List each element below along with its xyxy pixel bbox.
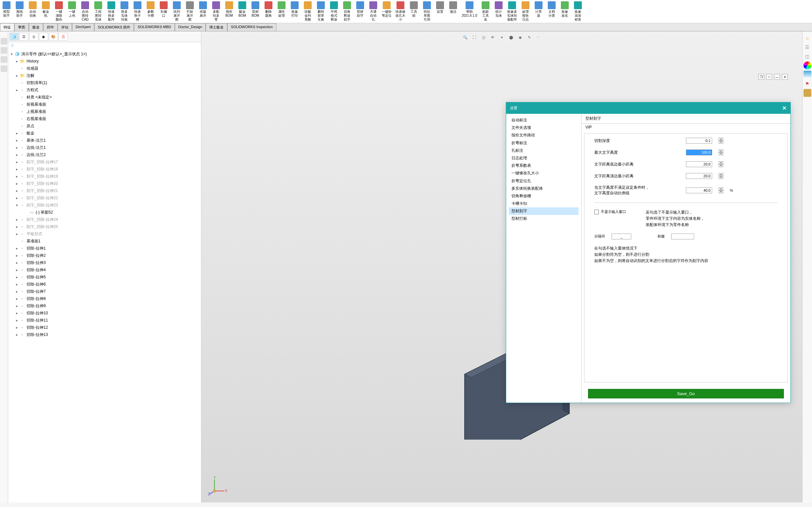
ribbon-btn-5[interactable]: 一键 上色: [65, 1, 79, 22]
ratio-spinner[interactable]: ▲▼: [719, 187, 723, 193]
ribbon-btn-6[interactable]: 自动 图转 CAD: [79, 1, 92, 22]
no-input-checkbox[interactable]: [594, 210, 599, 214]
bottom-dist-spinner[interactable]: ▲▼: [719, 161, 723, 167]
tab-评估[interactable]: 评估: [58, 23, 72, 31]
vp-section-icon[interactable]: ◫: [480, 34, 487, 41]
tree-node-13[interactable]: ▸▫边线-法兰2: [9, 151, 200, 158]
tree-node-11[interactable]: ▸▫基体-法兰1: [9, 137, 200, 144]
minimize-icon[interactable]: —: [774, 74, 780, 80]
dialog-close-icon[interactable]: ✕: [782, 105, 786, 111]
expand-icon[interactable]: ▸: [15, 59, 19, 63]
tree-node-29[interactable]: ▸▫切除-拉伸4: [9, 266, 200, 274]
restore-icon[interactable]: ❐: [758, 74, 764, 80]
expand-icon[interactable]: ▸: [15, 138, 19, 143]
tree-node-1[interactable]: ▫传感器: [9, 65, 200, 72]
ribbon-btn-35[interactable]: 帮助 2021.6.1.0: [460, 1, 479, 22]
tree-node-34[interactable]: ▸▫切除-拉伸9: [9, 302, 200, 309]
expand-icon[interactable]: ▸: [15, 318, 19, 323]
ribbon-btn-2[interactable]: 自动 切角: [26, 1, 39, 22]
ribbon-btn-12[interactable]: 补漏 口: [157, 1, 170, 22]
expand-icon[interactable]: ▸: [15, 232, 19, 236]
expand-icon[interactable]: ▾: [15, 203, 19, 207]
rv-layer-icon[interactable]: ☰: [804, 43, 811, 51]
tab-焊件[interactable]: 焊件: [43, 23, 58, 31]
expand-icon[interactable]: ▸: [15, 189, 19, 193]
ribbon-btn-23[interactable]: 转飯 金列 系数: [301, 1, 314, 22]
expand-icon[interactable]: ▸: [15, 181, 19, 186]
nav-item-11[interactable]: 卡槽卡扣: [509, 200, 578, 207]
ribbon-btn-13[interactable]: 扶列 展开 图: [170, 1, 183, 22]
expand-icon[interactable]: ▾: [9, 52, 14, 56]
expand-icon[interactable]: ▸: [15, 153, 19, 157]
rv-square-icon[interactable]: [804, 89, 811, 97]
tree-tab-config-icon[interactable]: ⎙: [29, 33, 38, 41]
tree-content[interactable]: ▾ 🧊 演示零件 (默认<<默认>_显示状态 1>) ▸📁History▫传感器…: [8, 49, 201, 502]
tree-node-35[interactable]: ▸▫切除-拉伸10: [9, 309, 200, 317]
tree-node-37[interactable]: ▸▫切除-拉伸12: [9, 324, 200, 331]
expand-icon[interactable]: ▸: [15, 174, 19, 179]
rv-cube-icon[interactable]: ◫: [804, 52, 811, 60]
tab-飯金[interactable]: 飯金: [29, 23, 43, 31]
vp-display-icon[interactable]: ▾: [499, 34, 505, 41]
tree-tab-appearance-icon[interactable]: 🎨: [49, 33, 58, 41]
ribbon-btn-9[interactable]: 拆多 实体 转装: [118, 1, 131, 22]
orientation-triad[interactable]: X Y Z: [208, 476, 227, 496]
save-button[interactable]: Save_Go: [588, 389, 784, 398]
bottom-dist-input[interactable]: [686, 161, 712, 167]
nav-item-8[interactable]: 折弯定位孔: [509, 177, 578, 185]
expand-icon[interactable]: ▸: [15, 282, 19, 287]
ribbon-btn-32[interactable]: 特征 草图 引用: [420, 1, 434, 22]
vp-scene-icon[interactable]: ⬤: [508, 34, 514, 41]
expand-icon[interactable]: ▸: [15, 160, 19, 164]
tree-node-28[interactable]: ▸▫切除-拉伸3: [9, 259, 200, 266]
tree-node-14[interactable]: ▸▫刻字_切除-拉伸17: [9, 158, 200, 166]
tree-node-3[interactable]: ▫切割清单(1): [9, 79, 200, 87]
tree-node-21[interactable]: ▭(-) 草图52: [9, 209, 200, 216]
ribbon-btn-34[interactable]: 激活: [447, 1, 460, 22]
expand-icon[interactable]: ▸: [15, 297, 19, 301]
tab-SOLIDWORKS Inspection[interactable]: SOLIDWORKS Inspection: [227, 23, 276, 31]
tree-node-33[interactable]: ▸▫切除-拉伸8: [9, 295, 200, 302]
ribbon-btn-30[interactable]: 快速修 改孔大 小: [394, 1, 407, 22]
tree-node-10[interactable]: ▸▫飯金: [9, 129, 200, 137]
expand-icon[interactable]: ▸: [15, 333, 19, 337]
ribbon-btn-14[interactable]: 打标 展开 图: [183, 1, 196, 22]
tree-node-30[interactable]: ▸▫切除-拉伸5: [9, 274, 200, 281]
vp-zoom-icon[interactable]: 🔍: [462, 34, 468, 41]
tab-草图[interactable]: 草图: [14, 23, 29, 31]
tree-node-22[interactable]: ▸▫刻字_切除-拉伸24: [9, 216, 200, 223]
tree-node-7[interactable]: ▫上视基准面: [9, 108, 200, 115]
nav-item-12[interactable]: 型材刻字: [509, 207, 578, 215]
cut-depth-input[interactable]: [686, 138, 712, 144]
ribbon-btn-25[interactable]: 中间 格式 释放: [327, 1, 341, 22]
expand-icon[interactable]: ▸: [15, 304, 19, 308]
tree-node-5[interactable]: ▫材质 <未指定>: [9, 94, 200, 101]
cut-depth-spinner[interactable]: ▲▼: [719, 138, 723, 144]
ribbon-btn-37[interactable]: 统计 实体: [492, 1, 505, 22]
vp-view-icon[interactable]: 👁: [490, 34, 496, 41]
tree-node-18[interactable]: ▸▫刻字_切除-拉伸21: [9, 187, 200, 194]
expand-icon[interactable]: ▸: [15, 261, 19, 265]
rv-flag-icon[interactable]: ⚑: [804, 80, 811, 88]
ribbon-btn-8[interactable]: 快速 拆多 配件: [105, 1, 118, 22]
ribbon-btn-4[interactable]: 一键 清除 颜色: [52, 1, 65, 22]
ribbon-btn-16[interactable]: 多配 转多 零: [210, 1, 223, 22]
ribbon-btn-36[interactable]: 刷新 工具 条: [479, 1, 492, 22]
expand-icon[interactable]: ▸: [15, 131, 19, 135]
expand-icon[interactable]: ▸: [15, 167, 19, 171]
tree-node-15[interactable]: ▸▫刻字_切除-拉伸18: [9, 166, 200, 173]
expand-icon[interactable]: ▸: [15, 326, 19, 330]
tree-node-25[interactable]: ▫基准面1: [9, 237, 200, 245]
nav-item-1[interactable]: 文件夹选项: [509, 124, 578, 131]
nav-item-0[interactable]: 自动标注: [509, 116, 578, 124]
tree-node-19[interactable]: ▸▫刻字_切除-拉伸22: [9, 194, 200, 202]
ribbon-btn-28[interactable]: 方通 自动 孔: [367, 1, 380, 22]
expand-icon[interactable]: ▸: [15, 218, 19, 222]
tree-tab-property-icon[interactable]: ☰: [19, 33, 29, 41]
tree-node-8[interactable]: ▫右视基准面: [9, 115, 200, 122]
tree-node-36[interactable]: ▸▫切除-拉伸11: [9, 317, 200, 324]
nav-item-13[interactable]: 型材打标: [509, 215, 578, 222]
ribbon-btn-17[interactable]: 报价 BOM: [223, 1, 236, 22]
expand-icon[interactable]: ▸: [15, 311, 19, 315]
rv-home-icon[interactable]: ⌂: [804, 34, 811, 42]
